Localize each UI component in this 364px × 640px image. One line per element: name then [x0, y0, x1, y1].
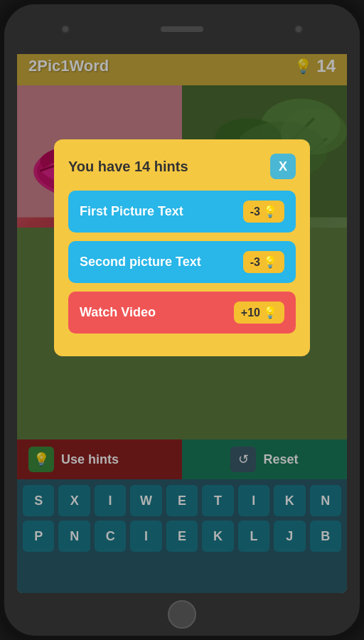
modal-header: You have 14 hints X	[68, 154, 296, 179]
phone-top	[4, 4, 360, 54]
first-picture-label: First Picture Text	[80, 204, 183, 219]
watch-video-reward: +10	[241, 306, 260, 319]
watch-video-button[interactable]: Watch Video +10 💡	[68, 292, 296, 334]
phone-screen: 2Pic1Word 💡 14	[17, 47, 347, 593]
first-picture-bulb-icon: 💡	[263, 205, 277, 218]
watch-video-bulb-icon: 💡	[263, 306, 277, 319]
first-picture-cost: -3	[250, 206, 260, 218]
first-picture-badge: -3 💡	[243, 201, 284, 223]
close-modal-button[interactable]: X	[270, 154, 296, 179]
watch-video-label: Watch Video	[80, 305, 156, 320]
first-picture-hint-button[interactable]: First Picture Text -3 💡	[68, 191, 296, 233]
second-picture-badge: -3 💡	[243, 251, 284, 273]
sensor	[294, 25, 303, 33]
hints-modal: You have 14 hints X First Picture Text -…	[54, 139, 310, 356]
phone-bottom	[4, 593, 360, 636]
second-picture-cost: -3	[250, 256, 260, 269]
earpiece-speaker	[161, 26, 203, 32]
front-camera	[61, 25, 70, 33]
second-picture-label: Second picture Text	[80, 255, 201, 270]
home-button[interactable]	[168, 600, 196, 629]
watch-video-badge: +10 💡	[234, 302, 284, 324]
second-picture-hint-button[interactable]: Second picture Text -3 💡	[68, 241, 296, 283]
modal-title: You have 14 hints	[68, 159, 188, 175]
second-picture-bulb-icon: 💡	[263, 255, 277, 269]
modal-overlay: You have 14 hints X First Picture Text -…	[17, 47, 347, 593]
phone-device: 2Pic1Word 💡 14	[0, 0, 364, 640]
